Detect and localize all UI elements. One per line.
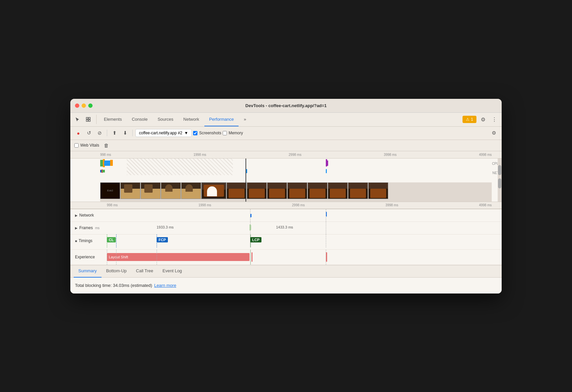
frames-row: ▶ Frames ms 1933.3 ms 1433.3 ms (70, 222, 502, 234)
exp-vline-2 (116, 250, 116, 265)
window-title: DevTools - coffee-cart.netlify.app/?ad=1 (246, 103, 327, 108)
download-button[interactable]: ⬇ (120, 128, 130, 138)
svg-rect-3 (89, 120, 90, 121)
clear-button[interactable]: ⊘ (95, 128, 104, 138)
tab-console[interactable]: Console (127, 112, 152, 126)
inspect-icon[interactable] (84, 115, 93, 124)
status-text: Total blocking time: 34.03ms (estimated) (75, 283, 152, 288)
network-expand[interactable]: ▶ (75, 214, 78, 217)
layout-shift-bar: Layout Shift (107, 253, 250, 261)
screenshot-thumb-2 (120, 182, 140, 199)
minimize-button[interactable] (82, 103, 86, 108)
lcp-vline (250, 234, 251, 247)
ruler-mark-3: 2998 ms (289, 153, 301, 157)
settings-icon[interactable]: ⚙ (478, 115, 488, 124)
tab-event-log[interactable]: Event Log (158, 265, 187, 278)
screenshot-thumb-10 (287, 182, 307, 199)
network-content (107, 209, 502, 222)
vline-frames-2 (326, 222, 326, 234)
vline-1 (250, 209, 250, 222)
fcp-badge-container: FCP (157, 236, 168, 242)
layout-shift-container: Layout Shift (107, 253, 250, 261)
traffic-lights (75, 103, 93, 108)
learn-more-link[interactable]: Learn more (154, 283, 176, 288)
frame-duration-1: 1933.3 ms (157, 225, 174, 229)
tab-network[interactable]: Network (179, 112, 204, 126)
nav-bar: Elements Console Sources Network Perform… (70, 113, 502, 127)
ruler-mark-4: 3998 ms (384, 153, 396, 157)
fcp-vline (157, 234, 157, 247)
memory-checkbox[interactable] (223, 131, 227, 135)
experience-row: Experience Layout Shift (70, 250, 502, 265)
tab-bottom-up[interactable]: Bottom-Up (102, 265, 131, 278)
profile-selector[interactable]: coffee-cart.netlify.app #2 ▼ (135, 129, 192, 137)
overview-tracks: CPU NET ➡ (70, 159, 502, 202)
tab-summary[interactable]: Summary (74, 265, 102, 278)
exp-lcp-line (250, 250, 251, 265)
tab-call-tree[interactable]: Call Tree (131, 265, 158, 278)
screenshot-thumb-1: Esk2 (100, 182, 120, 199)
warning-badge[interactable]: ⚠ 1 (463, 116, 476, 123)
frames-expand[interactable]: ▶ (75, 226, 78, 230)
toolbar-settings-button[interactable]: ⚙ (489, 128, 498, 138)
ruler-mark-2: 1998 ms (193, 153, 206, 157)
scrollbar-thumb[interactable] (498, 165, 501, 175)
screenshot-thumb-8 (247, 182, 267, 199)
maximize-button[interactable] (88, 103, 93, 108)
experience-content: Layout Shift (107, 250, 502, 265)
bottom-tabs: Summary Bottom-Up Call Tree Event Log (70, 265, 502, 278)
web-vitals-checkbox-label[interactable]: Web Vitals (74, 143, 99, 148)
scrollbar-thumb-2[interactable] (498, 178, 501, 188)
more-menu-icon[interactable]: ⋮ (490, 115, 499, 124)
reload-button[interactable]: ↺ (84, 128, 94, 138)
layout-shift-mark (251, 252, 252, 262)
screenshots-checkbox[interactable] (193, 131, 197, 135)
svg-rect-0 (86, 117, 88, 119)
screenshot-thumb-5 (181, 182, 201, 199)
lcp-badge: LCP (250, 237, 261, 242)
timings-content: CL FCP LCP (107, 234, 502, 247)
svg-rect-2 (86, 120, 88, 121)
memory-checkbox-label[interactable]: Memory (223, 131, 243, 135)
ruler2-mark-5: 4998 ms (479, 203, 492, 207)
screenshots-checkbox-label[interactable]: Screenshots (193, 131, 221, 135)
web-vitals-checkbox[interactable] (74, 143, 79, 148)
ruler2-mark-3: 2998 ms (292, 203, 305, 207)
screenshot-thumb-7 (227, 182, 247, 199)
ruler2-mark-1: 998 ms (107, 203, 118, 207)
timeline-ruler-top: 998 ms 1998 ms 2998 ms 3998 ms 4998 ms (70, 151, 502, 159)
timings-row: ■ Timings CL FCP LCP (70, 234, 502, 250)
delete-web-vitals-button[interactable]: 🗑 (102, 141, 111, 150)
dropdown-icon: ▼ (184, 131, 188, 135)
nav-icons (73, 115, 97, 124)
nav-right: ⚠ 1 ⚙ ⋮ (463, 115, 499, 124)
ruler2-mark-2: 1998 ms (198, 203, 211, 207)
tab-more[interactable]: » (239, 112, 251, 126)
screenshot-thumb-9 (267, 182, 287, 199)
cpu-track: ➡ (100, 159, 492, 168)
tab-performance[interactable]: Performance (204, 112, 238, 126)
screenshot-thumb-3 (141, 182, 161, 199)
exp-vline-1 (107, 250, 107, 265)
frame-duration-2: 1433.3 ms (276, 225, 293, 229)
record-button[interactable]: ● (74, 128, 83, 138)
detail-area: ▶ Network ▶ Frames ms 1933.3 m (70, 209, 502, 265)
timeline-area: 998 ms 1998 ms 2998 ms 3998 ms 4998 ms C… (70, 151, 502, 209)
net-track (100, 169, 492, 173)
screenshot-thumb-11 (308, 182, 327, 199)
separator-1 (107, 130, 107, 136)
web-vitals-bar: Web Vitals 🗑 (70, 140, 502, 151)
tab-sources[interactable]: Sources (153, 112, 178, 126)
status-bar: Total blocking time: 34.03ms (estimated)… (70, 278, 502, 294)
cl-badge: CL (107, 237, 116, 242)
scrollbar-track (498, 159, 502, 202)
upload-button[interactable]: ⬆ (110, 128, 119, 138)
svg-rect-1 (89, 117, 90, 119)
cursor-icon[interactable] (73, 115, 82, 124)
tab-elements[interactable]: Elements (99, 112, 126, 126)
close-button[interactable] (75, 103, 79, 108)
timings-label: ■ Timings (70, 238, 107, 243)
network-row: ▶ Network (70, 209, 502, 222)
vline-2 (326, 209, 326, 222)
frames-label: ▶ Frames ms (70, 226, 107, 230)
